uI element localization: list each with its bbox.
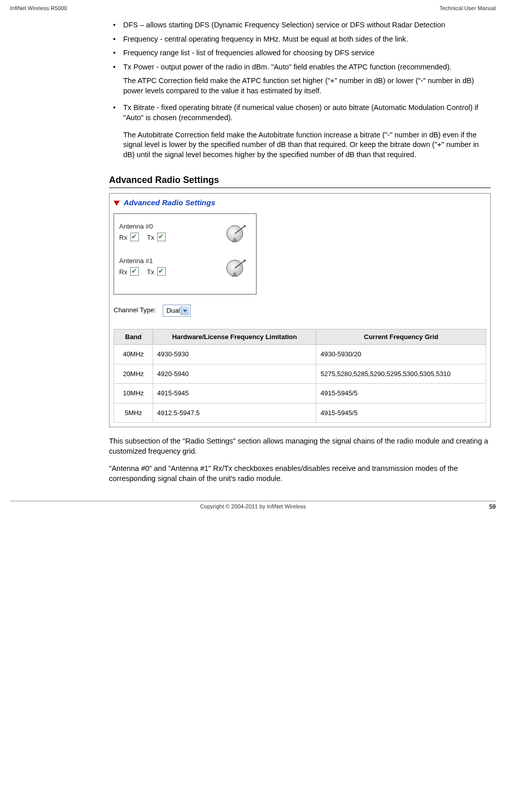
header-right: Technical User Manual — [440, 5, 496, 11]
svg-point-5 — [244, 260, 246, 262]
bullet-frequency: Frequency - central operating frequency … — [109, 34, 491, 45]
table-header-grid: Current Frequency Grid — [316, 329, 486, 345]
paragraph-after-2: "Antenna #0" and "Antenna #1" Rx/Tx chec… — [109, 464, 491, 484]
table-header-hw: Hardware/License Frequency Limitation — [153, 329, 316, 345]
channel-type-value: Dual — [166, 307, 180, 314]
collapse-icon[interactable] — [114, 201, 120, 206]
header-left: InfiNet Wireless R5000 — [10, 5, 67, 11]
table-header-band: Band — [114, 329, 153, 345]
channel-type-label: Channel Type: — [114, 306, 156, 314]
channel-type-select[interactable]: Dual — [163, 305, 191, 317]
table-row: 10MHz 4915-5945 4915-5945/5 — [114, 384, 486, 403]
chevron-down-icon[interactable] — [180, 306, 189, 315]
panel-header-label: Advanced Radio Settings — [124, 198, 215, 207]
cell-grid: 4930-5930/20 — [316, 345, 486, 364]
bullet-dfs: DFS – allows starting DFS (Dynamic Frequ… — [109, 20, 491, 30]
antenna-1-rx-label: Rx — [119, 268, 127, 276]
antenna-0-row: Antenna #0 Rx Tx — [119, 222, 251, 248]
antenna-0-tx-checkbox[interactable] — [157, 233, 166, 241]
antenna-panel: Antenna #0 Rx Tx — [114, 213, 257, 294]
table-row: 20MHz 4920-5940 5275,5280,5285,5290,5295… — [114, 364, 486, 384]
cell-grid: 5275,5280,5285,5290,5295,5300,5305,5310 — [316, 364, 486, 384]
bullet-list-2: Tx Bitrate - fixed operating bitrate (if… — [109, 103, 491, 123]
cell-hw: 4920-5940 — [153, 364, 316, 384]
frequency-table: Band Hardware/License Frequency Limitati… — [114, 329, 486, 423]
table-row: 40MHz 4930-5930 4930-5930/20 — [114, 345, 486, 364]
cell-grid: 4915-5945/5 — [316, 384, 486, 403]
antenna-1-rx-checkbox[interactable] — [130, 267, 139, 276]
page-footer: Copyright © 2004-2011 by InfiNet Wireles… — [10, 501, 496, 509]
antenna-0-rx-label: Rx — [119, 234, 127, 241]
tx-bitrate-subparagraph: The Autobitrate Correction field make th… — [123, 130, 491, 160]
cell-hw: 4915-5945 — [153, 384, 316, 403]
tx-power-subparagraph: The ATPC Correction field make the ATPC … — [123, 76, 491, 96]
antenna-dish-icon — [225, 222, 248, 248]
cell-hw: 4912.5-5947.5 — [153, 403, 316, 423]
channel-type-row: Channel Type: Dual — [114, 305, 486, 317]
table-row: 5MHz 4912.5-5947.5 4915-5945/5 — [114, 403, 486, 423]
bullet-list: DFS – allows starting DFS (Dynamic Frequ… — [109, 20, 491, 72]
antenna-0-rx-checkbox[interactable] — [130, 233, 139, 241]
cell-band: 20MHz — [114, 364, 153, 384]
page-header: InfiNet Wireless R5000 Technical User Ma… — [10, 5, 496, 11]
bullet-freq-range: Frequency range list - list of frequenci… — [109, 48, 491, 58]
section-title: Advanced Radio Settings — [109, 174, 491, 188]
cell-grid: 4915-5945/5 — [316, 403, 486, 423]
bullet-tx-bitrate: Tx Bitrate - fixed operating bitrate (if… — [109, 103, 491, 123]
antenna-1-tx-label: Tx — [147, 268, 154, 276]
content-body: DFS – allows starting DFS (Dynamic Frequ… — [109, 20, 491, 484]
antenna-dish-icon — [225, 256, 248, 283]
paragraph-after-1: This subsection of the "Radio Settings" … — [109, 436, 491, 456]
footer-page-number: 59 — [489, 503, 496, 510]
footer-copyright: Copyright © 2004-2011 by InfiNet Wireles… — [200, 503, 306, 509]
cell-band: 5MHz — [114, 403, 153, 423]
svg-point-2 — [244, 225, 246, 227]
panel-header[interactable]: Advanced Radio Settings — [114, 198, 486, 208]
cell-band: 40MHz — [114, 345, 153, 364]
antenna-0-tx-label: Tx — [147, 234, 154, 241]
antenna-1-tx-checkbox[interactable] — [157, 267, 166, 276]
advanced-radio-settings-panel: Advanced Radio Settings Antenna #0 Rx Tx — [109, 193, 491, 427]
bullet-tx-power: Tx Power - output power of the radio in … — [109, 62, 491, 72]
cell-hw: 4930-5930 — [153, 345, 316, 364]
antenna-1-row: Antenna #1 Rx Tx — [119, 256, 251, 283]
cell-band: 10MHz — [114, 384, 153, 403]
